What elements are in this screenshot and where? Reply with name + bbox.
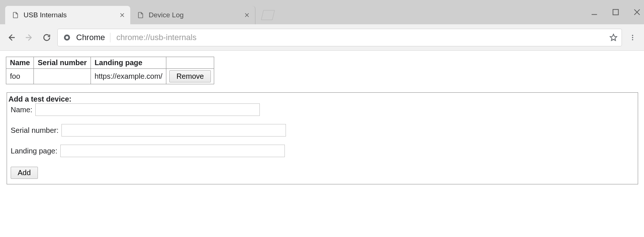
name-input[interactable]: [35, 103, 260, 116]
row-serial: Serial number:: [11, 124, 634, 137]
bookmark-star-icon[interactable]: [609, 33, 618, 42]
devices-table: Name Serial number Landing page foo http…: [6, 57, 214, 84]
separator: [110, 33, 110, 42]
new-tab-button[interactable]: [260, 9, 275, 21]
window-controls: [590, 0, 641, 24]
tab-device-log[interactable]: Device Log: [130, 6, 255, 24]
add-button[interactable]: Add: [11, 167, 38, 179]
svg-rect-0: [613, 10, 619, 15]
svg-point-2: [66, 36, 68, 39]
serial-input[interactable]: [61, 124, 286, 137]
maximize-icon[interactable]: [612, 8, 620, 16]
minimize-icon[interactable]: [590, 8, 598, 16]
form-legend: Add a test device:: [8, 95, 632, 103]
cell-actions: Remove: [166, 69, 214, 84]
page-icon: [137, 11, 144, 19]
cell-landing: https://example.com/: [91, 69, 166, 84]
browser-toolbar: Chrome: [0, 24, 644, 51]
row-add: Add: [11, 167, 634, 179]
svg-point-3: [632, 35, 633, 36]
col-serial: Serial number: [34, 57, 91, 69]
back-button[interactable]: [4, 31, 18, 45]
page-content: Name Serial number Landing page foo http…: [0, 51, 644, 190]
landing-label: Landing page:: [11, 147, 57, 155]
tab-title: Device Log: [149, 11, 240, 19]
forward-button[interactable]: [22, 31, 36, 45]
row-landing: Landing page:: [11, 145, 634, 157]
tab-title: USB Internals: [24, 11, 115, 19]
table-header-row: Name Serial number Landing page: [6, 57, 214, 69]
landing-input[interactable]: [60, 145, 285, 157]
cell-serial: [34, 69, 91, 84]
serial-label: Serial number:: [11, 126, 59, 135]
col-name: Name: [6, 57, 34, 69]
browser-menu-button[interactable]: [626, 31, 640, 45]
add-device-form: Add a test device: Name: Serial number: …: [7, 92, 638, 184]
svg-point-4: [632, 37, 633, 38]
page-icon: [12, 11, 19, 19]
remove-button[interactable]: Remove: [169, 70, 210, 82]
row-name: Name:: [11, 103, 634, 116]
chrome-icon: [63, 33, 71, 42]
svg-point-5: [632, 39, 633, 40]
name-label: Name:: [11, 106, 32, 114]
cell-name: foo: [6, 69, 34, 84]
col-actions: [166, 57, 214, 69]
close-tab-icon[interactable]: [119, 12, 125, 18]
url-input[interactable]: [116, 32, 604, 43]
close-tab-icon[interactable]: [244, 12, 250, 18]
table-row: foo https://example.com/ Remove: [6, 69, 214, 84]
address-bar[interactable]: Chrome: [57, 29, 622, 46]
origin-chip: Chrome: [76, 33, 105, 42]
tab-usb-internals[interactable]: USB Internals: [5, 6, 130, 24]
col-landing: Landing page: [91, 57, 166, 69]
reload-button[interactable]: [40, 31, 54, 45]
tab-strip: USB Internals Device Log: [0, 0, 644, 24]
close-window-icon[interactable]: [633, 8, 641, 16]
